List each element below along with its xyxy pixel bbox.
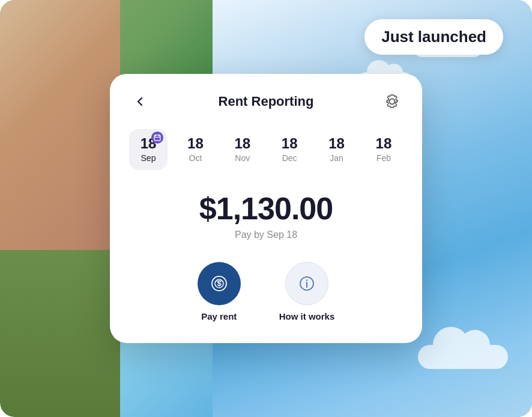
pay-rent-action[interactable]: $ Pay rent: [198, 262, 241, 321]
date-number-oct: 18: [187, 136, 204, 151]
date-number-nov: 18: [234, 136, 250, 151]
back-icon: [133, 95, 147, 108]
pay-by-label: Pay by Sep 18: [129, 230, 403, 240]
rent-reporting-card: Rent Reporting 18: [110, 74, 422, 343]
date-item-sep[interactable]: 18 Sep: [129, 129, 168, 170]
date-number-feb: 18: [376, 136, 392, 151]
date-month-jan: Jan: [330, 153, 343, 163]
date-item-jan[interactable]: 18 Jan: [318, 129, 356, 170]
settings-icon: [384, 93, 401, 110]
cloud-3: [418, 345, 508, 369]
date-item-dec[interactable]: 18 Dec: [270, 129, 309, 170]
actions-row: $ Pay rent How it works: [129, 262, 403, 321]
pay-rent-circle: $: [198, 262, 241, 305]
back-button[interactable]: [129, 91, 151, 112]
card-header: Rent Reporting: [129, 91, 403, 112]
date-month-nov: Nov: [235, 153, 250, 163]
rent-amount: $1,130.00: [129, 192, 403, 226]
pay-rent-icon: $: [209, 273, 229, 294]
date-item-feb[interactable]: 18 Feb: [364, 129, 403, 170]
card-title: Rent Reporting: [219, 94, 314, 109]
svg-point-9: [306, 279, 307, 281]
pay-rent-label: Pay rent: [201, 311, 237, 321]
date-item-oct[interactable]: 18 Oct: [176, 129, 214, 170]
date-number-jan: 18: [328, 136, 345, 151]
date-month-feb: Feb: [376, 153, 391, 163]
date-month-oct: Oct: [189, 153, 202, 163]
date-month-dec: Dec: [282, 153, 297, 163]
how-it-works-label: How it works: [279, 311, 335, 321]
info-icon: [297, 274, 316, 293]
just-launched-badge: Just launched: [364, 19, 503, 55]
date-item-nov[interactable]: 18 Nov: [223, 129, 262, 170]
calendar-badge: [151, 132, 163, 144]
how-it-works-action[interactable]: How it works: [279, 262, 335, 321]
building-bg: [0, 0, 120, 417]
amount-section: $1,130.00 Pay by Sep 18: [129, 192, 403, 240]
settings-button[interactable]: [381, 91, 403, 112]
date-number-dec: 18: [282, 136, 298, 151]
date-strip: 18 Sep 18 Oct 18 Nov: [129, 129, 403, 170]
date-month-sep: Sep: [141, 153, 156, 163]
calendar-icon: [154, 134, 161, 141]
how-it-works-circle: [285, 262, 328, 305]
date-number-wrapper-sep: 18: [141, 136, 157, 151]
